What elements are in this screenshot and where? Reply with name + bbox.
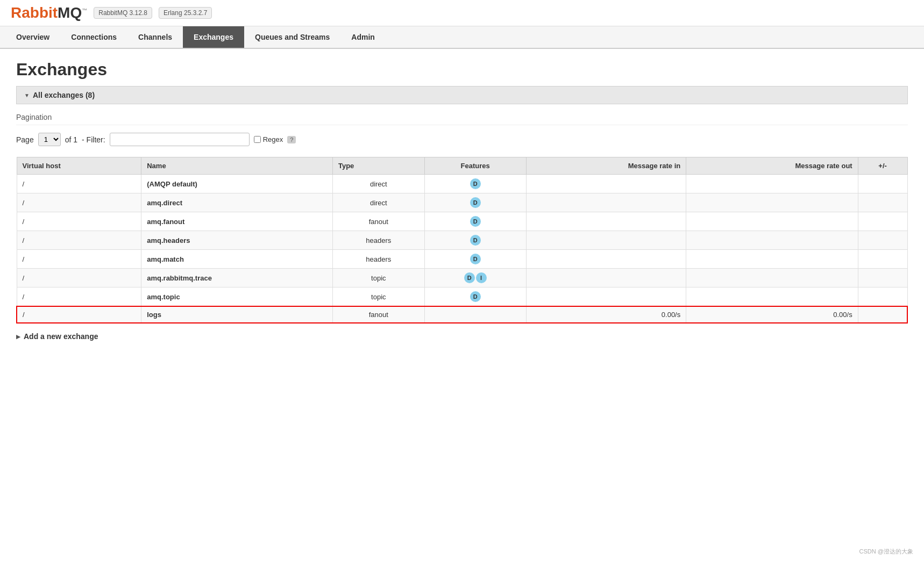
table-body: /(AMQP default)directD/amq.directdirectD… (17, 175, 907, 323)
main-nav: OverviewConnectionsChannelsExchangesQueu… (0, 26, 924, 49)
nav-item-connections[interactable]: Connections (60, 26, 127, 48)
cell-type: direct (332, 175, 424, 193)
cell-rate-in (526, 269, 686, 287)
nav-link-connections[interactable]: Connections (60, 26, 127, 48)
cell-rate-out (686, 212, 858, 231)
exchanges-table: Virtual hostNameTypeFeaturesMessage rate… (16, 157, 908, 323)
cell-features: D (424, 193, 526, 212)
cell-features: D (424, 231, 526, 250)
pagination-controls: Page 1 of 1 - Filter: Regex ? (16, 133, 908, 146)
erlang-version-badge: Erlang 25.3.2.7 (159, 7, 212, 19)
table-row[interactable]: /amq.rabbitmq.tracetopicDI (17, 269, 907, 287)
add-exchange-label: Add a new exchange (24, 332, 98, 341)
feature-badge-D: D (470, 254, 481, 264)
feature-badge-D: D (464, 272, 475, 283)
page-select[interactable]: 1 (38, 133, 61, 146)
table-row[interactable]: /(AMQP default)directD (17, 175, 907, 193)
cell-rate-out (686, 175, 858, 193)
cell-plus-minus (858, 250, 907, 269)
cell-vhost: / (17, 231, 141, 250)
cell-vhost: / (17, 250, 141, 269)
cell-name[interactable]: amq.direct (141, 193, 333, 212)
nav-link-admin[interactable]: Admin (340, 26, 386, 48)
add-exchange-arrow-icon: ▶ (16, 334, 20, 340)
cell-name[interactable]: (AMQP default) (141, 175, 333, 193)
cell-vhost: / (17, 175, 141, 193)
cell-name[interactable]: amq.topic (141, 287, 333, 307)
cell-features: D (424, 287, 526, 307)
nav-item-admin[interactable]: Admin (340, 26, 386, 48)
page-title: Exchanges (16, 60, 908, 80)
th-virtual-host: Virtual host (17, 157, 141, 175)
cell-plus-minus (858, 231, 907, 250)
table-row[interactable]: /amq.fanoutfanoutD (17, 212, 907, 231)
cell-plus-minus (858, 175, 907, 193)
cell-type: direct (332, 193, 424, 212)
pagination-label: Pagination (16, 113, 908, 125)
logo-tm: ™ (82, 8, 87, 13)
nav-link-queues[interactable]: Queues and Streams (244, 26, 340, 48)
cell-type: topic (332, 287, 424, 307)
table-row[interactable]: /amq.topictopicD (17, 287, 907, 307)
cell-rate-out (686, 193, 858, 212)
cell-type: fanout (332, 212, 424, 231)
cell-type: topic (332, 269, 424, 287)
filter-input[interactable] (110, 133, 250, 146)
cell-plus-minus (858, 269, 907, 287)
cell-vhost: / (17, 306, 141, 323)
feature-badge-D: D (470, 178, 481, 189)
cell-rate-in (526, 212, 686, 231)
nav-item-exchanges[interactable]: Exchanges (183, 26, 244, 48)
cell-vhost: / (17, 193, 141, 212)
table-row[interactable]: /amq.headersheadersD (17, 231, 907, 250)
cell-type: headers (332, 250, 424, 269)
nav-item-queues[interactable]: Queues and Streams (244, 26, 340, 48)
cell-features: D (424, 212, 526, 231)
cell-rate-out (686, 250, 858, 269)
regex-checkbox[interactable] (254, 136, 261, 143)
th-rate-out: Message rate out (686, 157, 858, 175)
all-exchanges-section-header[interactable]: ▼ All exchanges (8) (16, 86, 908, 104)
main-content: Exchanges ▼ All exchanges (8) Pagination… (0, 49, 924, 351)
nav-link-exchanges[interactable]: Exchanges (183, 26, 244, 48)
cell-features: D (424, 250, 526, 269)
add-exchange-section[interactable]: ▶ Add a new exchange (16, 332, 908, 341)
nav-link-channels[interactable]: Channels (127, 26, 183, 48)
cell-name[interactable]: amq.fanout (141, 212, 333, 231)
page-text: Page (16, 135, 34, 144)
cell-name[interactable]: logs (141, 306, 333, 323)
nav-item-channels[interactable]: Channels (127, 26, 183, 48)
of-text: of 1 (65, 135, 77, 144)
nav-link-overview[interactable]: Overview (5, 26, 60, 48)
table-row[interactable]: /amq.matchheadersD (17, 250, 907, 269)
regex-text: Regex (263, 135, 283, 143)
cell-rate-out (686, 231, 858, 250)
cell-vhost: / (17, 287, 141, 307)
section-arrow-icon: ▼ (24, 92, 30, 98)
cell-name[interactable]: amq.match (141, 250, 333, 269)
logo: RabbitMQ™ (11, 4, 87, 21)
cell-plus-minus (858, 212, 907, 231)
cell-type: headers (332, 231, 424, 250)
cell-rate-out (686, 269, 858, 287)
table-row[interactable]: /amq.directdirectD (17, 193, 907, 212)
cell-features: D (424, 175, 526, 193)
cell-vhost: / (17, 212, 141, 231)
cell-name[interactable]: amq.rabbitmq.trace (141, 269, 333, 287)
cell-plus-minus (858, 306, 907, 323)
cell-features: DI (424, 269, 526, 287)
nav-item-overview[interactable]: Overview (5, 26, 60, 48)
table-header: Virtual hostNameTypeFeaturesMessage rate… (17, 157, 907, 175)
regex-help-badge[interactable]: ? (287, 136, 296, 143)
cell-features (424, 306, 526, 323)
table-row[interactable]: /logsfanout0.00/s0.00/s (17, 306, 907, 323)
logo-bar: RabbitMQ™ RabbitMQ 3.12.8 Erlang 25.3.2.… (0, 0, 924, 26)
cell-rate-in (526, 231, 686, 250)
regex-label: Regex (254, 135, 283, 143)
rabbitmq-version-badge: RabbitMQ 3.12.8 (94, 7, 152, 19)
cell-type: fanout (332, 306, 424, 323)
feature-badge-D: D (470, 216, 481, 227)
cell-name[interactable]: amq.headers (141, 231, 333, 250)
th-type: Type (332, 157, 424, 175)
feature-badge-D: D (470, 291, 481, 302)
